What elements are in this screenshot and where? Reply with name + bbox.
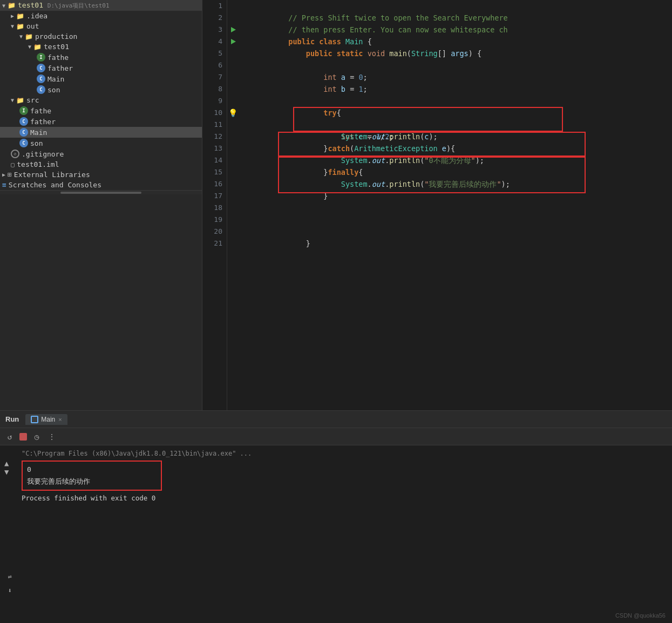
line-numbers: 1 2 3 4 5 6 7 8 9 10 11 12 13 14 15 16 1… bbox=[202, 0, 227, 410]
code-line-15: System.out.println("我要完善后续的动作"); bbox=[245, 166, 667, 178]
sidebar-item-gitignore[interactable]: ⊘ .gitignore bbox=[0, 148, 202, 159]
run-main-btn2[interactable] bbox=[227, 36, 239, 48]
test01-out-label: test01 bbox=[44, 43, 69, 51]
class-icon-main-out: C bbox=[37, 75, 45, 83]
console-line-action: 我要完善后续的动作 bbox=[27, 476, 157, 487]
sidebar-item-son-src[interactable]: C son bbox=[0, 138, 202, 148]
code-line-17 bbox=[245, 190, 667, 202]
project-sidebar[interactable]: ▼ 📁 test01 D:\java项目\test01 ▶ 📁 .idea ▼ … bbox=[0, 0, 202, 410]
run-tab-main[interactable]: Main × bbox=[25, 414, 67, 425]
root-folder-icon: 📁 bbox=[8, 2, 16, 9]
idea-folder-icon: 📁 bbox=[16, 12, 24, 20]
interface-icon-fathe-src: I bbox=[19, 106, 28, 115]
project-root[interactable]: ▼ 📁 test01 D:\java项目\test01 bbox=[0, 0, 202, 11]
tab-label: Main bbox=[41, 416, 55, 423]
tab-close-btn[interactable]: × bbox=[58, 416, 62, 423]
class-icon-father-src: C bbox=[19, 117, 28, 126]
code-line-8 bbox=[245, 83, 667, 95]
run-main-btn[interactable] bbox=[227, 24, 239, 36]
code-line-21 bbox=[245, 238, 667, 249]
gitignore-label: .gitignore bbox=[22, 150, 64, 158]
code-line-10: 💡 int c = 1/2; bbox=[245, 107, 667, 119]
code-editor[interactable]: 1 2 3 4 5 6 7 8 9 10 11 12 13 14 15 16 1… bbox=[202, 0, 672, 410]
code-line-7: int b = 1; bbox=[245, 71, 667, 83]
sidebar-item-father-out[interactable]: C father bbox=[0, 63, 202, 73]
stop-btn[interactable] bbox=[19, 433, 27, 441]
sidebar-item-idea[interactable]: ▶ 📁 .idea bbox=[0, 11, 202, 21]
code-line-20: } bbox=[245, 226, 667, 238]
iml-label: test01.iml bbox=[17, 160, 59, 168]
code-line-13: System.out.println("0不能为分母"); bbox=[245, 143, 667, 154]
rerun-btn[interactable]: ↺ bbox=[4, 431, 15, 442]
scroll-btns: ▲ ▼ bbox=[4, 459, 9, 476]
scroll-end-btn[interactable]: ⬇ bbox=[4, 585, 15, 596]
fathe-src-label: fathe bbox=[30, 107, 51, 115]
project-root-label: test01 D:\java项目\test01 bbox=[18, 1, 110, 10]
expand-arrow: ▼ bbox=[2, 3, 5, 9]
gitignore-icon: ⊘ bbox=[11, 150, 19, 158]
code-line-19 bbox=[245, 214, 667, 226]
watermark: CSDN @quokka56 bbox=[615, 612, 666, 619]
class-icon-father-out: C bbox=[37, 64, 45, 72]
sidebar-item-production[interactable]: ▼ 📁 production bbox=[0, 31, 202, 42]
sidebar-item-father-src[interactable]: C father bbox=[0, 116, 202, 127]
production-label: production bbox=[35, 32, 77, 40]
console-process-line: Process finished with exit code 0 bbox=[0, 492, 672, 504]
run-label: Run bbox=[5, 415, 19, 423]
scratches-label: Scratches and Consoles bbox=[9, 181, 101, 189]
console-line-0: 0 bbox=[27, 464, 157, 476]
more-btn[interactable]: ⋮ bbox=[46, 431, 57, 442]
code-line-6: int a = 0; bbox=[245, 59, 667, 71]
test01-out-folder-icon: 📁 bbox=[33, 43, 42, 51]
code-line-4: public static void main(String[] args) { bbox=[245, 36, 667, 48]
scroll-up-btn[interactable]: ▲ bbox=[4, 459, 9, 467]
idea-label: .idea bbox=[26, 12, 47, 20]
sidebar-item-iml[interactable]: ▢ test01.iml bbox=[0, 159, 202, 170]
sidebar-item-son-out[interactable]: C son bbox=[0, 84, 202, 95]
console-area[interactable]: "C:\Program Files (x86)\Java\jdk1.8.0_12… bbox=[0, 445, 672, 623]
father-out-label: father bbox=[47, 64, 73, 72]
sidebar-item-src[interactable]: ▼ 📁 src bbox=[0, 95, 202, 105]
bottom-panel: Run Main × ↺ ◷ ⋮ "C:\Program Files (x86)… bbox=[0, 410, 672, 623]
bulb-icon[interactable]: 💡 bbox=[228, 107, 237, 119]
code-content[interactable]: // Press Shift twice to open the Search … bbox=[239, 0, 672, 410]
sidebar-item-test01-out[interactable]: ▼ 📁 test01 bbox=[0, 42, 202, 52]
code-line-12: }catch(ArithmeticException e){ bbox=[245, 131, 667, 143]
sidebar-item-fathe-out[interactable]: I fathe bbox=[0, 52, 202, 63]
scroll-down-btn[interactable]: ▼ bbox=[4, 468, 9, 476]
father-src-label: father bbox=[30, 118, 56, 126]
code-line-16: } bbox=[245, 178, 667, 190]
src-label: src bbox=[26, 96, 39, 104]
code-line-9: try{ bbox=[245, 95, 667, 107]
class-icon-main-src: C bbox=[19, 128, 28, 137]
code-line-5 bbox=[245, 48, 667, 59]
interface-icon-fathe-out: I bbox=[37, 53, 45, 62]
production-folder-icon: 📁 bbox=[25, 33, 33, 40]
sidebar-item-out[interactable]: ▼ 📁 out bbox=[0, 21, 202, 31]
sidebar-item-fathe-src[interactable]: I fathe bbox=[0, 105, 202, 116]
sidebar-item-extlib[interactable]: ▶ ⊞ External Libraries bbox=[0, 170, 202, 180]
sidebar-item-main-src[interactable]: C Main bbox=[0, 127, 202, 138]
code-line-14: }finally{ bbox=[245, 154, 667, 166]
class-icon-son-src: C bbox=[19, 139, 28, 147]
code-line-3: public class Main { bbox=[245, 24, 667, 36]
console-command: "C:\Program Files (x86)\Java\jdk1.8.0_12… bbox=[0, 448, 672, 459]
sidebar-item-scratches[interactable]: ≡ Scratches and Consoles bbox=[0, 180, 202, 190]
out-label: out bbox=[26, 22, 39, 30]
run-toolbar: ↺ ◷ ⋮ bbox=[0, 428, 672, 445]
soft-wrap-btn[interactable]: ⇌ bbox=[4, 571, 15, 582]
run-tab-bar: Run Main × bbox=[0, 411, 672, 428]
src-folder-icon: 📁 bbox=[16, 97, 24, 104]
coverage-btn[interactable]: ◷ bbox=[31, 431, 42, 442]
fathe-out-label: fathe bbox=[47, 53, 69, 62]
main-out-label: Main bbox=[47, 75, 64, 83]
sidebar-item-main-out[interactable]: C Main bbox=[0, 73, 202, 84]
run-gutter bbox=[227, 0, 239, 410]
son-out-label: son bbox=[47, 86, 60, 94]
code-line-2: // then press Enter. You can now see whi… bbox=[245, 12, 667, 24]
son-src-label: son bbox=[30, 139, 43, 147]
console-output-area: ▲ ▼ 0 我要完善后续的动作 bbox=[0, 459, 672, 492]
console-output-box: 0 我要完善后续的动作 bbox=[22, 461, 162, 491]
out-folder-icon: 📁 bbox=[16, 23, 24, 30]
file-icon: ▢ bbox=[11, 161, 15, 168]
